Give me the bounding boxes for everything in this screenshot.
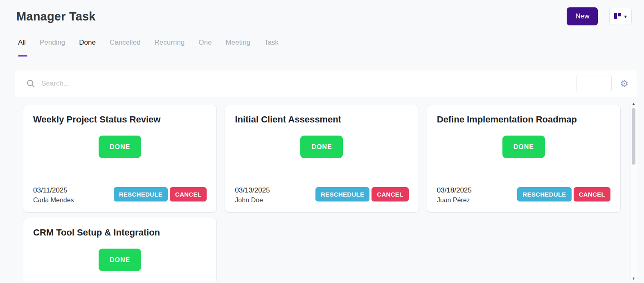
task-title: Define Implementation Roadmap <box>437 114 610 125</box>
reschedule-button[interactable]: RESCHEDULE <box>315 187 369 201</box>
tab-one[interactable]: One <box>198 38 212 57</box>
page-title: Manager Task <box>16 10 96 23</box>
scrollbar[interactable]: ▲ ▼ <box>630 100 637 281</box>
header-actions: New ▾ <box>567 7 632 25</box>
tab-meeting[interactable]: Meeting <box>225 38 250 57</box>
chevron-down-icon: ▾ <box>624 14 627 19</box>
cancel-button[interactable]: CANCEL <box>372 187 408 201</box>
tab-bar: AllPendingDoneCancelledRecurringOneMeeti… <box>18 38 644 57</box>
gear-icon: ⚙ <box>620 78 628 89</box>
manager-task-app: Manager Task New ▾ AllPendingDoneCancell… <box>0 0 644 281</box>
task-title: CRM Tool Setup & Integration <box>33 227 207 238</box>
kanban-board-icon <box>614 13 621 20</box>
cards-grid: Weekly Project Status Review DONE 03/11/… <box>15 100 637 281</box>
card-actions: RESCHEDULE CANCEL <box>517 187 610 201</box>
task-title: Weekly Project Status Review <box>33 114 207 125</box>
cancel-button[interactable]: CANCEL <box>170 187 207 201</box>
cancel-button[interactable]: CANCEL <box>574 187 610 201</box>
task-assignee: Juan Pérez <box>437 197 472 204</box>
task-card: CRM Tool Setup & Integration DONE RESCHE… <box>23 218 217 281</box>
done-button[interactable]: DONE <box>99 136 141 158</box>
search-input[interactable] <box>41 79 576 88</box>
scrollbar-thumb[interactable] <box>632 108 635 165</box>
card-footer: 03/11/2025 Carla Mendes RESCHEDULE CANCE… <box>33 186 207 204</box>
search-icon <box>26 79 35 88</box>
tab-task[interactable]: Task <box>264 38 279 57</box>
task-date: 03/18/2025 <box>437 186 472 195</box>
task-title: Initial Client Assessment <box>235 114 408 125</box>
card-footer: 03/13/2025 John Doe RESCHEDULE CANCEL <box>235 186 408 204</box>
card-actions: RESCHEDULE CANCEL <box>315 187 409 201</box>
view-switcher-button[interactable]: ▾ <box>609 8 632 25</box>
done-button[interactable]: DONE <box>300 136 343 158</box>
task-assignee: John Doe <box>235 197 270 204</box>
tab-done[interactable]: Done <box>79 38 96 57</box>
task-date: 03/11/2025 <box>33 186 74 195</box>
task-card: Define Implementation Roadmap DONE 03/18… <box>427 105 621 213</box>
task-assignee: Carla Mendes <box>33 197 74 204</box>
card-meta: 03/18/2025 Juan Pérez <box>437 186 472 204</box>
card-meta: 03/13/2025 John Doe <box>235 186 270 204</box>
tab-recurring[interactable]: Recurring <box>155 38 185 57</box>
new-button[interactable]: New <box>567 7 598 25</box>
reschedule-button[interactable]: RESCHEDULE <box>114 187 168 201</box>
header: Manager Task New ▾ <box>0 0 644 25</box>
task-card: Weekly Project Status Review DONE 03/11/… <box>23 105 217 213</box>
done-button[interactable]: DONE <box>502 136 545 158</box>
card-actions: RESCHEDULE CANCEL <box>114 187 207 201</box>
task-card: Initial Client Assessment DONE 03/13/202… <box>225 105 419 213</box>
card-meta: 03/11/2025 Carla Mendes <box>33 186 74 204</box>
task-date: 03/13/2025 <box>235 186 270 195</box>
search-panel: ⚙ <box>15 70 637 97</box>
reschedule-button[interactable]: RESCHEDULE <box>517 187 571 201</box>
tab-all[interactable]: All <box>18 38 26 57</box>
filter-input[interactable] <box>576 75 612 92</box>
tab-pending[interactable]: Pending <box>40 38 65 57</box>
tab-cancelled[interactable]: Cancelled <box>110 38 141 57</box>
cards-scroll-area: Weekly Project Status Review DONE 03/11/… <box>15 100 637 281</box>
settings-button[interactable]: ⚙ <box>618 77 630 90</box>
scroll-down-arrow-icon[interactable]: ▼ <box>630 276 637 281</box>
card-footer: 03/18/2025 Juan Pérez RESCHEDULE CANCEL <box>437 186 610 204</box>
done-button[interactable]: DONE <box>99 249 141 271</box>
scroll-up-arrow-icon[interactable]: ▲ <box>630 100 637 106</box>
